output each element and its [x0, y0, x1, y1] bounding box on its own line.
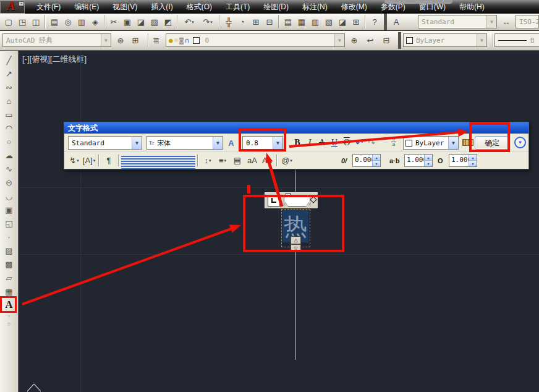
- open-icon[interactable]: ◳: [15, 15, 29, 28]
- menu-edit[interactable]: 编辑(E): [67, 0, 106, 14]
- polygon-tool-icon[interactable]: ⌂: [2, 94, 17, 108]
- spin-down-icon[interactable]: ▼: [425, 161, 432, 166]
- spinner-buttons[interactable]: ▲▼: [372, 155, 380, 166]
- cut-icon[interactable]: ✂: [107, 15, 121, 28]
- menu-draw[interactable]: 绘图(D): [257, 0, 295, 14]
- layer-on-bulb-icon[interactable]: ●: [169, 36, 173, 45]
- zoom-window-icon[interactable]: ⊞: [249, 15, 263, 28]
- ellipse-tool-icon[interactable]: ⊝: [2, 176, 17, 189]
- align-justify-button[interactable]: [166, 156, 180, 169]
- polyline-tool-icon[interactable]: ∾: [2, 80, 17, 94]
- mtext-justify-button[interactable]: [A]: [82, 154, 96, 167]
- menu-insert[interactable]: 插入(I): [144, 0, 179, 14]
- paste-icon[interactable]: ◪: [134, 15, 148, 28]
- style-combo[interactable]: Standard ▼: [68, 136, 142, 150]
- oblique-angle-spinner[interactable]: 0.0000 ▲▼: [352, 154, 381, 167]
- app-menu-button[interactable]: A ▾: [0, 1, 25, 14]
- quickcalc-icon[interactable]: ⊞: [349, 15, 363, 28]
- new-icon[interactable]: ▢: [2, 15, 15, 28]
- dialog-titlebar[interactable]: 文字格式: [64, 122, 528, 134]
- layer-combo[interactable]: ●☼◙∩ 0 ▼: [166, 33, 345, 47]
- object-color-combo[interactable]: ByLayer ▼: [403, 33, 487, 47]
- overline-button[interactable]: O: [341, 136, 353, 150]
- line-spacing-button[interactable]: ↕: [200, 154, 215, 167]
- align-right-button[interactable]: [151, 156, 166, 169]
- tracking-spinner[interactable]: 1.0000 ▲▼: [404, 154, 433, 167]
- spin-up-icon[interactable]: ▲: [373, 155, 380, 161]
- help-icon[interactable]: ?: [368, 15, 381, 28]
- chevron-down-icon[interactable]: ▼: [101, 34, 111, 46]
- menu-format[interactable]: 格式(O): [180, 0, 219, 14]
- circle-tool-icon[interactable]: ○: [2, 135, 17, 148]
- bold-button[interactable]: B: [291, 136, 303, 150]
- arc-tool-icon[interactable]: ◠: [2, 121, 17, 135]
- insert-block-tool-icon[interactable]: ▣: [2, 203, 17, 216]
- symbol-button[interactable]: @: [279, 154, 294, 167]
- insert-field-button[interactable]: ▤: [230, 154, 245, 167]
- menu-help[interactable]: 帮助(H): [452, 0, 491, 14]
- chevron-down-icon[interactable]: ▼: [132, 137, 142, 149]
- menu-dimension[interactable]: 标注(N): [295, 0, 334, 14]
- columns-button[interactable]: ↯: [67, 154, 82, 167]
- menu-view[interactable]: 视图(V): [106, 0, 144, 14]
- spin-down-icon[interactable]: ▼: [373, 161, 380, 166]
- menu-modify[interactable]: 修改(M): [334, 0, 374, 14]
- zoom-realtime-icon[interactable]: ◔: [236, 15, 249, 28]
- print-icon[interactable]: ▤: [48, 15, 61, 28]
- region-tool-icon[interactable]: ▱: [2, 271, 17, 284]
- layer-thaw-sun-icon[interactable]: ☼: [174, 36, 179, 45]
- make-block-tool-icon[interactable]: ◱: [2, 216, 17, 230]
- chevron-down-icon[interactable]: ▼: [486, 15, 496, 28]
- properties-icon[interactable]: ▤: [281, 15, 295, 28]
- spinner-buttons[interactable]: ▲▼: [424, 155, 432, 166]
- spin-up-icon[interactable]: ▲: [425, 155, 432, 161]
- text-style-combo[interactable]: Standard ▼: [418, 15, 497, 28]
- font-combo[interactable]: Tr 宋体 ▼: [146, 136, 223, 150]
- dim-style-icon[interactable]: ↔: [499, 15, 513, 28]
- ellipse-arc-tool-icon[interactable]: ◡: [2, 189, 17, 203]
- plot-icon[interactable]: ▥: [75, 15, 88, 28]
- make-object-layer-icon[interactable]: ⊕: [347, 33, 361, 47]
- layer-vp-freeze-icon[interactable]: ◙: [179, 36, 184, 45]
- markup-icon[interactable]: ◪: [336, 15, 349, 28]
- rectangle-tool-icon[interactable]: ▭: [2, 108, 17, 121]
- revcloud-tool-icon[interactable]: ☁: [2, 148, 17, 162]
- line-tool-icon[interactable]: ╱: [2, 53, 17, 67]
- hatch-tool-icon[interactable]: ▨: [2, 244, 17, 257]
- italic-button[interactable]: I: [303, 136, 316, 150]
- text-style-icon[interactable]: A: [389, 15, 403, 28]
- dim-style-combo[interactable]: ISO-2: [516, 15, 539, 28]
- viewport-controls[interactable]: [-][俯视][二维线框]: [22, 54, 87, 65]
- undo-icon[interactable]: ↶: [180, 15, 198, 28]
- workspace-save-icon[interactable]: ⊞: [129, 33, 142, 47]
- spin-down-icon[interactable]: ▼: [469, 161, 477, 166]
- linetype-combo[interactable]: B: [494, 33, 539, 47]
- designcenter-icon[interactable]: ▦: [295, 15, 308, 28]
- options-button[interactable]: ▼: [514, 137, 526, 148]
- menu-tools[interactable]: 工具(T): [219, 0, 257, 14]
- layer-previous-icon[interactable]: ↩: [363, 33, 377, 47]
- workspace-combo[interactable]: AutoCAD 经典 ▼: [2, 33, 111, 47]
- tool-palettes-icon[interactable]: ▥: [308, 15, 322, 28]
- spline-tool-icon[interactable]: ∿: [2, 162, 17, 176]
- chevron-down-icon[interactable]: ▼: [213, 137, 223, 149]
- save-icon[interactable]: ◫: [29, 15, 43, 28]
- preview-icon[interactable]: ◎: [61, 15, 75, 28]
- spin-up-icon[interactable]: ▲: [469, 155, 477, 161]
- construction-line-tool-icon[interactable]: ↗: [2, 67, 17, 80]
- redo-icon[interactable]: ↷: [198, 15, 217, 28]
- gradient-tool-icon[interactable]: ▩: [2, 257, 17, 271]
- align-left-button[interactable]: [121, 156, 136, 169]
- workspace-settings-icon[interactable]: ⊛: [114, 33, 127, 47]
- stack-button[interactable]: b a: [388, 137, 399, 149]
- align-distribute-button[interactable]: [180, 156, 195, 169]
- undo-button[interactable]: ↶: [353, 136, 365, 150]
- chevron-down-icon[interactable]: ▼: [477, 34, 486, 46]
- text-color-combo[interactable]: ByLayer ▼: [403, 136, 459, 150]
- chevron-down-icon[interactable]: ▼: [334, 34, 344, 46]
- block-editor-icon[interactable]: ◩: [161, 15, 175, 28]
- spinner-buttons[interactable]: ▲▼: [469, 155, 477, 166]
- width-factor-spinner[interactable]: 1.0000 ▲▼: [449, 154, 477, 167]
- numbering-button[interactable]: ≡: [215, 154, 230, 167]
- paragraph-button[interactable]: ¶: [101, 154, 116, 167]
